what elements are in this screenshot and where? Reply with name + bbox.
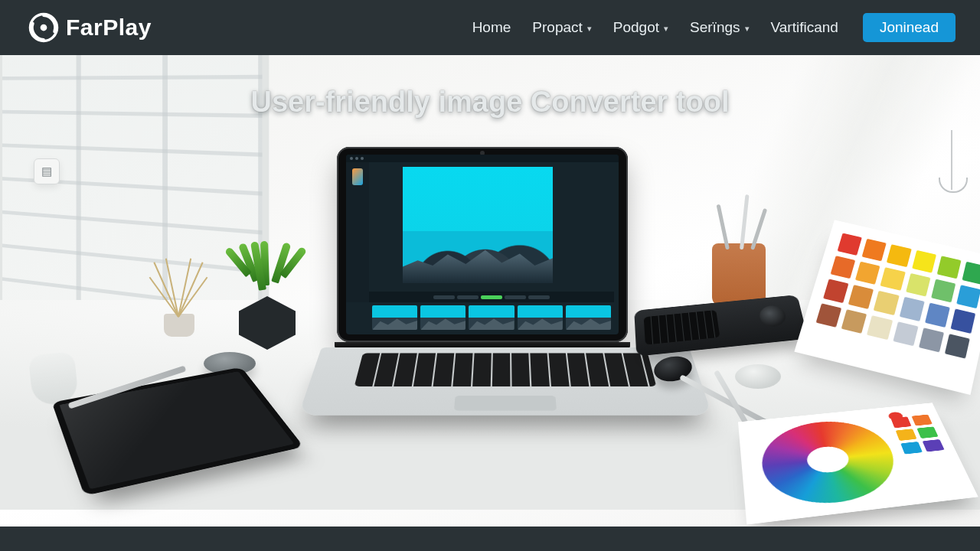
nav-item-podgot[interactable]: Podgot ▾ — [613, 19, 668, 36]
swatch-chip — [916, 426, 938, 439]
nav-item-vartificand[interactable]: Vartificand — [771, 19, 838, 36]
nav-label: Serïngs — [690, 19, 740, 36]
hero-section: User-friendly image Converter tool ▤ — [0, 55, 980, 527]
brand-logo[interactable]: FarPlay — [28, 11, 152, 44]
footer-strip — [0, 527, 980, 551]
swatch-chip — [962, 262, 980, 285]
swatch-chip — [893, 321, 918, 346]
nav-items: Home Propact ▾ Podgot ▾ Serïngs ▾ Vartif… — [472, 13, 956, 42]
swatch-chip — [950, 309, 975, 334]
swatch-chip — [912, 250, 936, 273]
nav-label: Home — [472, 19, 511, 36]
swatch-chip — [936, 256, 961, 279]
nav-label: Podgot — [613, 19, 659, 36]
chevron-down-icon: ▾ — [745, 24, 750, 34]
nav-label: Vartificand — [771, 19, 838, 36]
side-widget-button[interactable]: ▤ — [34, 158, 60, 184]
swatch-chip — [906, 273, 930, 297]
swatch-chip — [816, 303, 842, 328]
pen-cup-illustration — [712, 243, 766, 306]
laptop-illustration — [322, 147, 643, 445]
swatch-chip — [890, 416, 911, 428]
swatch-chip — [896, 429, 917, 441]
swatch-chip — [838, 233, 862, 256]
swatch-chip — [867, 315, 892, 340]
swatch-chip — [880, 267, 906, 291]
swatch-chip — [900, 442, 923, 455]
swatch-chip — [841, 309, 867, 334]
white-mouse-illustration — [735, 364, 781, 389]
reed-sticks-illustration — [152, 245, 205, 337]
swatch-chip — [923, 439, 945, 452]
cta-label: Joninead — [880, 19, 939, 35]
nav-label: Propact — [532, 19, 582, 36]
svg-point-1 — [41, 24, 47, 31]
cta-button[interactable]: Joninead — [863, 13, 956, 42]
logo-swirl-icon — [28, 11, 60, 44]
swatch-chip — [848, 285, 874, 308]
swatch-chip — [925, 303, 950, 328]
color-wheel-icon — [758, 416, 907, 510]
brand-name: FarPlay — [66, 15, 152, 41]
nav-item-home[interactable]: Home — [472, 19, 511, 36]
editor-app-illustration — [346, 155, 619, 334]
swatch-chip — [911, 415, 932, 426]
editor-canvas — [403, 167, 553, 283]
swatch-chip — [887, 244, 911, 267]
plant-illustration — [222, 220, 306, 350]
swatch-chip — [855, 262, 880, 285]
hanger-illustration — [951, 130, 952, 190]
chevron-down-icon: ▾ — [664, 24, 668, 34]
navbar: FarPlay Home Propact ▾ Podgot ▾ Serïngs … — [0, 0, 980, 55]
swatch-chip — [823, 279, 848, 303]
swatch-chip — [862, 239, 887, 262]
chevron-down-icon: ▾ — [587, 24, 592, 34]
hero-heading: User-friendly image Converter tool — [250, 86, 729, 119]
swatch-chip — [830, 256, 855, 279]
swatch-chip — [919, 328, 944, 352]
swatch-chip — [956, 285, 980, 308]
swatch-chip — [874, 291, 899, 315]
swatch-chip — [931, 279, 956, 303]
swatch-chip — [945, 334, 970, 359]
doc-icon: ▤ — [41, 165, 52, 178]
nav-item-serings[interactable]: Serïngs ▾ — [690, 19, 749, 36]
swatch-chip — [899, 297, 924, 321]
nav-item-propact[interactable]: Propact ▾ — [532, 19, 591, 36]
